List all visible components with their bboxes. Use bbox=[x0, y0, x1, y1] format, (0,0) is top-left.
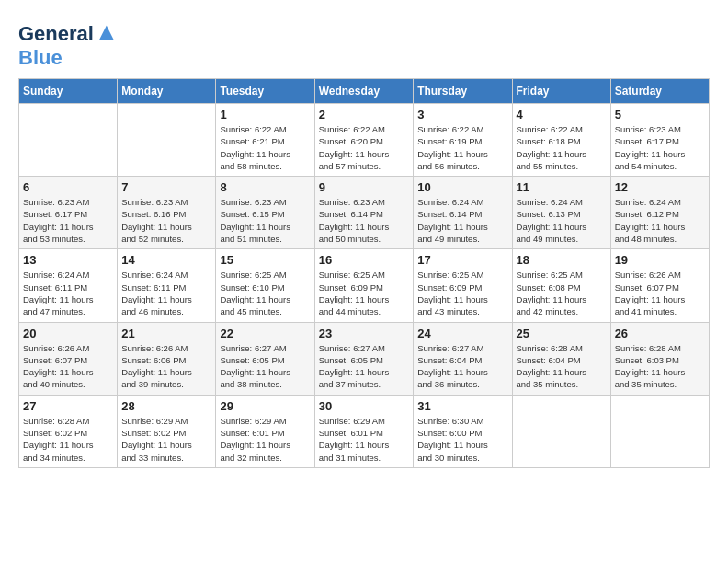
calendar-cell: 9Sunrise: 6:23 AM Sunset: 6:14 PM Daylig… bbox=[314, 177, 414, 249]
day-number: 30 bbox=[319, 399, 410, 413]
day-info: Sunrise: 6:22 AM Sunset: 6:18 PM Dayligh… bbox=[517, 123, 607, 172]
logo-bird-icon: ▲ bbox=[94, 17, 119, 46]
calendar-cell bbox=[19, 103, 118, 176]
day-info: Sunrise: 6:24 AM Sunset: 6:11 PM Dayligh… bbox=[23, 269, 113, 317]
day-number: 25 bbox=[517, 327, 607, 340]
day-info: Sunrise: 6:28 AM Sunset: 6:04 PM Dayligh… bbox=[517, 342, 607, 391]
day-info: Sunrise: 6:27 AM Sunset: 6:04 PM Dayligh… bbox=[417, 342, 507, 391]
weekday-header-saturday: Saturday bbox=[610, 78, 709, 103]
calendar-cell: 12Sunrise: 6:24 AM Sunset: 6:12 PM Dayli… bbox=[610, 177, 709, 249]
day-number: 9 bbox=[319, 180, 410, 194]
weekday-header-sunday: Sunday bbox=[19, 78, 118, 103]
day-number: 10 bbox=[417, 180, 507, 194]
day-number: 21 bbox=[121, 327, 211, 340]
day-number: 11 bbox=[517, 180, 607, 194]
calendar-cell: 20Sunrise: 6:26 AM Sunset: 6:07 PM Dayli… bbox=[19, 322, 118, 395]
weekday-header-tuesday: Tuesday bbox=[216, 78, 314, 103]
day-number: 4 bbox=[517, 108, 607, 121]
calendar-cell: 19Sunrise: 6:26 AM Sunset: 6:07 PM Dayli… bbox=[610, 249, 709, 322]
day-info: Sunrise: 6:23 AM Sunset: 6:15 PM Dayligh… bbox=[220, 196, 310, 245]
day-number: 19 bbox=[615, 253, 705, 267]
calendar-cell: 24Sunrise: 6:27 AM Sunset: 6:04 PM Dayli… bbox=[414, 322, 512, 395]
calendar-cell: 22Sunrise: 6:27 AM Sunset: 6:05 PM Dayli… bbox=[216, 322, 314, 395]
day-info: Sunrise: 6:29 AM Sunset: 6:01 PM Dayligh… bbox=[319, 415, 410, 464]
day-number: 26 bbox=[615, 327, 705, 340]
logo-blue: Blue bbox=[18, 46, 63, 69]
calendar-cell: 1Sunrise: 6:22 AM Sunset: 6:21 PM Daylig… bbox=[216, 103, 314, 176]
calendar-week-5: 27Sunrise: 6:28 AM Sunset: 6:02 PM Dayli… bbox=[19, 395, 710, 467]
day-info: Sunrise: 6:28 AM Sunset: 6:02 PM Dayligh… bbox=[23, 415, 113, 464]
calendar-week-1: 1Sunrise: 6:22 AM Sunset: 6:21 PM Daylig… bbox=[19, 103, 710, 176]
day-number: 14 bbox=[121, 253, 211, 267]
day-number: 24 bbox=[417, 327, 507, 340]
day-number: 23 bbox=[319, 327, 410, 340]
weekday-header-thursday: Thursday bbox=[414, 78, 512, 103]
day-info: Sunrise: 6:24 AM Sunset: 6:14 PM Dayligh… bbox=[417, 196, 507, 245]
day-info: Sunrise: 6:22 AM Sunset: 6:19 PM Dayligh… bbox=[417, 123, 507, 172]
day-number: 18 bbox=[517, 253, 607, 267]
day-info: Sunrise: 6:25 AM Sunset: 6:10 PM Dayligh… bbox=[220, 269, 310, 317]
day-info: Sunrise: 6:26 AM Sunset: 6:07 PM Dayligh… bbox=[23, 342, 113, 391]
calendar-cell: 4Sunrise: 6:22 AM Sunset: 6:18 PM Daylig… bbox=[512, 103, 610, 176]
day-info: Sunrise: 6:25 AM Sunset: 6:09 PM Dayligh… bbox=[319, 269, 410, 317]
day-number: 6 bbox=[23, 180, 113, 194]
day-info: Sunrise: 6:24 AM Sunset: 6:13 PM Dayligh… bbox=[517, 196, 607, 245]
day-info: Sunrise: 6:26 AM Sunset: 6:06 PM Dayligh… bbox=[121, 342, 211, 391]
calendar-cell: 10Sunrise: 6:24 AM Sunset: 6:14 PM Dayli… bbox=[414, 177, 512, 249]
day-number: 13 bbox=[23, 253, 113, 267]
calendar-cell: 27Sunrise: 6:28 AM Sunset: 6:02 PM Dayli… bbox=[19, 395, 118, 467]
calendar: SundayMondayTuesdayWednesdayThursdayFrid… bbox=[18, 78, 710, 468]
calendar-cell: 16Sunrise: 6:25 AM Sunset: 6:09 PM Dayli… bbox=[314, 249, 414, 322]
calendar-week-2: 6Sunrise: 6:23 AM Sunset: 6:17 PM Daylig… bbox=[19, 177, 710, 249]
day-info: Sunrise: 6:23 AM Sunset: 6:14 PM Dayligh… bbox=[319, 196, 410, 245]
calendar-week-3: 13Sunrise: 6:24 AM Sunset: 6:11 PM Dayli… bbox=[19, 249, 710, 322]
day-info: Sunrise: 6:24 AM Sunset: 6:12 PM Dayligh… bbox=[615, 196, 705, 245]
day-number: 22 bbox=[220, 327, 310, 340]
day-number: 17 bbox=[417, 253, 507, 267]
day-number: 8 bbox=[220, 180, 310, 194]
header: General▲ Blue bbox=[18, 18, 710, 69]
calendar-cell: 6Sunrise: 6:23 AM Sunset: 6:17 PM Daylig… bbox=[19, 177, 118, 249]
day-number: 29 bbox=[220, 399, 310, 413]
day-info: Sunrise: 6:22 AM Sunset: 6:20 PM Dayligh… bbox=[319, 123, 410, 172]
logo: General▲ Blue bbox=[18, 18, 119, 69]
day-info: Sunrise: 6:24 AM Sunset: 6:11 PM Dayligh… bbox=[121, 269, 211, 317]
calendar-cell: 3Sunrise: 6:22 AM Sunset: 6:19 PM Daylig… bbox=[414, 103, 512, 176]
day-number: 2 bbox=[319, 108, 410, 121]
calendar-cell: 26Sunrise: 6:28 AM Sunset: 6:03 PM Dayli… bbox=[610, 322, 709, 395]
day-number: 12 bbox=[615, 180, 705, 194]
calendar-cell bbox=[610, 395, 709, 467]
calendar-cell: 14Sunrise: 6:24 AM Sunset: 6:11 PM Dayli… bbox=[118, 249, 216, 322]
calendar-cell: 17Sunrise: 6:25 AM Sunset: 6:09 PM Dayli… bbox=[414, 249, 512, 322]
day-number: 5 bbox=[615, 108, 705, 121]
day-number: 28 bbox=[121, 399, 211, 413]
calendar-cell: 25Sunrise: 6:28 AM Sunset: 6:04 PM Dayli… bbox=[512, 322, 610, 395]
calendar-cell: 21Sunrise: 6:26 AM Sunset: 6:06 PM Dayli… bbox=[118, 322, 216, 395]
calendar-cell: 29Sunrise: 6:29 AM Sunset: 6:01 PM Dayli… bbox=[216, 395, 314, 467]
calendar-cell: 7Sunrise: 6:23 AM Sunset: 6:16 PM Daylig… bbox=[118, 177, 216, 249]
weekday-header-monday: Monday bbox=[118, 78, 216, 103]
calendar-cell: 18Sunrise: 6:25 AM Sunset: 6:08 PM Dayli… bbox=[512, 249, 610, 322]
weekday-header-friday: Friday bbox=[512, 78, 610, 103]
day-info: Sunrise: 6:30 AM Sunset: 6:00 PM Dayligh… bbox=[417, 415, 507, 464]
day-number: 7 bbox=[121, 180, 211, 194]
day-number: 1 bbox=[220, 108, 310, 121]
day-number: 3 bbox=[417, 108, 507, 121]
weekday-header-row: SundayMondayTuesdayWednesdayThursdayFrid… bbox=[19, 78, 710, 103]
day-info: Sunrise: 6:26 AM Sunset: 6:07 PM Dayligh… bbox=[615, 269, 705, 317]
logo-general: General bbox=[18, 22, 94, 45]
calendar-cell: 8Sunrise: 6:23 AM Sunset: 6:15 PM Daylig… bbox=[216, 177, 314, 249]
day-info: Sunrise: 6:23 AM Sunset: 6:16 PM Dayligh… bbox=[121, 196, 211, 245]
day-info: Sunrise: 6:22 AM Sunset: 6:21 PM Dayligh… bbox=[220, 123, 310, 172]
day-number: 20 bbox=[23, 327, 113, 340]
day-info: Sunrise: 6:27 AM Sunset: 6:05 PM Dayligh… bbox=[319, 342, 410, 391]
day-info: Sunrise: 6:23 AM Sunset: 6:17 PM Dayligh… bbox=[615, 123, 705, 172]
calendar-cell bbox=[118, 103, 216, 176]
day-number: 31 bbox=[417, 399, 507, 413]
day-number: 16 bbox=[319, 253, 410, 267]
calendar-cell: 2Sunrise: 6:22 AM Sunset: 6:20 PM Daylig… bbox=[314, 103, 414, 176]
day-info: Sunrise: 6:25 AM Sunset: 6:09 PM Dayligh… bbox=[417, 269, 507, 317]
day-info: Sunrise: 6:29 AM Sunset: 6:02 PM Dayligh… bbox=[121, 415, 211, 464]
day-info: Sunrise: 6:28 AM Sunset: 6:03 PM Dayligh… bbox=[615, 342, 705, 391]
calendar-cell: 13Sunrise: 6:24 AM Sunset: 6:11 PM Dayli… bbox=[19, 249, 118, 322]
